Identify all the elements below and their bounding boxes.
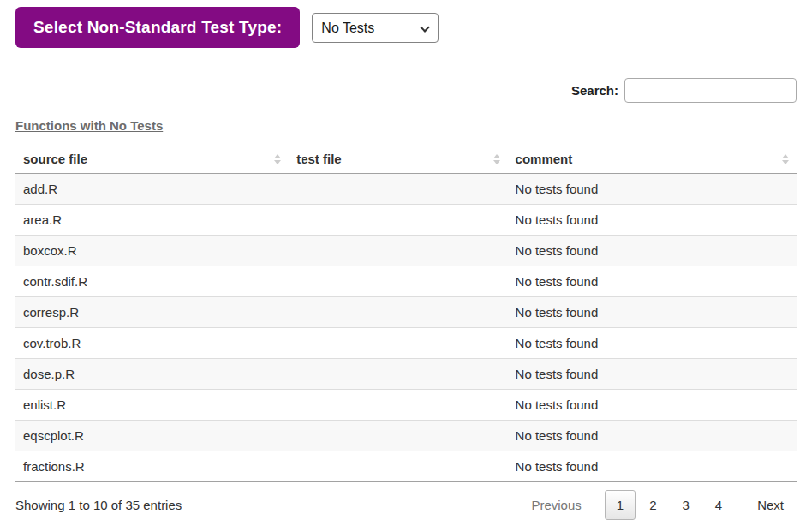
- source-file-cell: cov.trob.R: [15, 328, 289, 359]
- sort-icon: [493, 154, 500, 164]
- source-file-cell: dose.p.R: [15, 359, 289, 390]
- table-header-row: source file test file comment: [15, 145, 797, 174]
- comment-cell: No tests found: [508, 390, 797, 421]
- source-file-cell: enlist.R: [15, 390, 289, 421]
- page-button-4[interactable]: 4: [703, 490, 734, 520]
- comment-cell: No tests found: [508, 359, 797, 390]
- functions-table: source file test file comment add.RNo te…: [15, 145, 797, 482]
- page-button-3[interactable]: 3: [670, 490, 701, 520]
- pagination-pages: 1234: [604, 490, 735, 520]
- sort-icon: [782, 154, 789, 164]
- table-row: area.RNo tests found: [15, 205, 797, 236]
- search-row: Search:: [15, 78, 797, 103]
- table-row: dose.p.RNo tests found: [15, 359, 797, 390]
- previous-button[interactable]: Previous: [519, 490, 593, 520]
- comment-cell: No tests found: [508, 174, 797, 205]
- source-file-cell: boxcox.R: [15, 236, 289, 266]
- page-title: Select Non-Standard Test Type:: [15, 7, 300, 48]
- search-input[interactable]: [624, 78, 797, 103]
- source-file-cell: area.R: [15, 205, 289, 236]
- table-row: eqscplot.RNo tests found: [15, 421, 797, 451]
- comment-cell: No tests found: [508, 297, 797, 328]
- comment-cell: No tests found: [508, 421, 797, 451]
- sort-icon: [274, 154, 281, 164]
- comment-cell: No tests found: [508, 266, 797, 297]
- functions-with-no-tests-link[interactable]: Functions with No Tests: [15, 118, 163, 133]
- comment-cell: No tests found: [508, 451, 797, 482]
- test-file-cell: [289, 236, 507, 266]
- test-type-select-wrap: No Tests: [312, 13, 439, 43]
- test-file-cell: [289, 174, 507, 205]
- table-row: enlist.RNo tests found: [15, 390, 797, 421]
- table-footer: Showing 1 to 10 of 35 entries Previous 1…: [15, 490, 797, 520]
- test-file-cell: [289, 328, 507, 359]
- comment-cell: No tests found: [508, 328, 797, 359]
- search-label: Search:: [571, 83, 618, 98]
- table-body: add.RNo tests foundarea.RNo tests foundb…: [15, 174, 797, 482]
- column-header-test-file[interactable]: test file: [289, 145, 507, 174]
- column-header-label: test file: [296, 152, 342, 166]
- source-file-cell: corresp.R: [15, 297, 289, 328]
- table-row: add.RNo tests found: [15, 174, 797, 205]
- test-file-cell: [289, 451, 507, 482]
- column-header-comment[interactable]: comment: [508, 145, 797, 174]
- source-file-cell: fractions.R: [15, 451, 289, 482]
- column-header-label: comment: [516, 152, 573, 166]
- table-row: fractions.RNo tests found: [15, 451, 797, 482]
- table-row: corresp.RNo tests found: [15, 297, 797, 328]
- table-info: Showing 1 to 10 of 35 entries: [15, 498, 182, 512]
- comment-cell: No tests found: [508, 236, 797, 266]
- test-file-cell: [289, 266, 507, 297]
- source-file-cell: contr.sdif.R: [15, 266, 289, 297]
- test-type-select[interactable]: No Tests: [312, 13, 439, 43]
- page-button-2[interactable]: 2: [637, 490, 668, 520]
- test-file-cell: [289, 390, 507, 421]
- pagination: Previous 1234 Next: [518, 490, 797, 520]
- test-file-cell: [289, 359, 507, 390]
- column-header-source-file[interactable]: source file: [15, 145, 289, 174]
- table-row: cov.trob.RNo tests found: [15, 328, 797, 359]
- test-file-cell: [289, 421, 507, 451]
- table-row: contr.sdif.RNo tests found: [15, 266, 797, 297]
- table-row: boxcox.RNo tests found: [15, 236, 797, 266]
- column-header-label: source file: [23, 152, 87, 166]
- test-file-cell: [289, 297, 507, 328]
- comment-cell: No tests found: [508, 205, 797, 236]
- source-file-cell: add.R: [15, 174, 289, 205]
- header-row: Select Non-Standard Test Type: No Tests: [15, 7, 797, 48]
- next-button[interactable]: Next: [745, 490, 796, 520]
- test-file-cell: [289, 205, 507, 236]
- page-button-1[interactable]: 1: [605, 490, 636, 520]
- source-file-cell: eqscplot.R: [15, 421, 289, 451]
